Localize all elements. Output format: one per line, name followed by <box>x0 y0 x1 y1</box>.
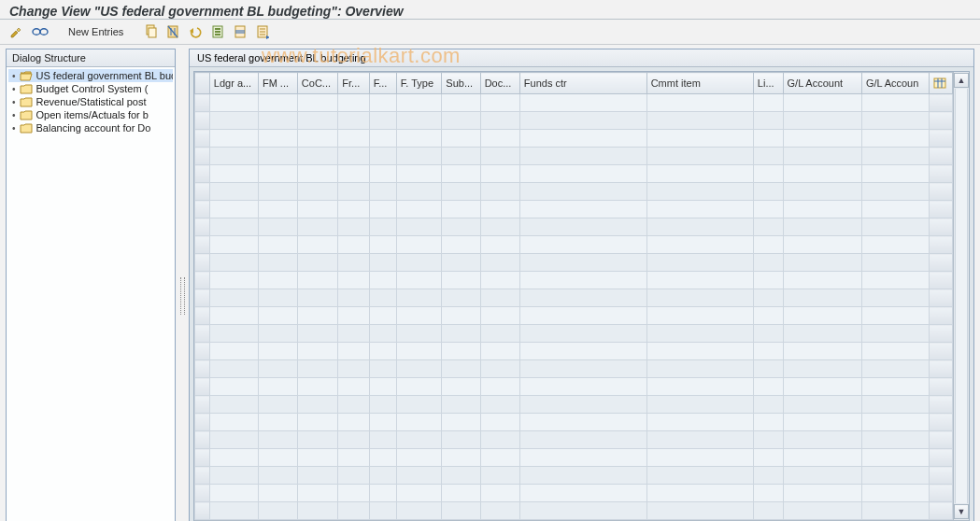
table-row[interactable] <box>195 94 953 112</box>
cell-glacc2[interactable] <box>861 254 929 272</box>
cell-ldgr[interactable] <box>209 360 258 378</box>
cell-glacc1[interactable] <box>783 112 861 130</box>
cell-sub[interactable] <box>442 325 480 343</box>
cell-cmmt[interactable] <box>646 94 753 112</box>
cell-cocd[interactable] <box>297 325 338 343</box>
cell-glacc1[interactable] <box>783 325 861 343</box>
cell-glacc1[interactable] <box>783 165 861 183</box>
cell-from[interactable] <box>338 325 369 343</box>
cell-fundsctr[interactable] <box>519 502 646 520</box>
cell-f[interactable] <box>369 148 396 165</box>
cell-fm[interactable] <box>258 325 297 343</box>
cell-cmmt[interactable] <box>646 378 753 396</box>
cell-glacc2[interactable] <box>861 467 929 485</box>
cell-cmmt[interactable] <box>646 414 753 431</box>
cell-sub[interactable] <box>442 360 480 378</box>
table-row[interactable] <box>195 307 953 325</box>
cell-from[interactable] <box>338 218 369 236</box>
cell-ldgr[interactable] <box>209 502 258 520</box>
cell-cmmt[interactable] <box>646 396 753 414</box>
cell-doc[interactable] <box>480 343 519 360</box>
cell-glacc1[interactable] <box>783 236 861 254</box>
vertical-scrollbar[interactable]: ▲ ▼ <box>953 72 969 520</box>
cell-fundsctr[interactable] <box>519 378 646 396</box>
cell-f[interactable] <box>369 254 396 272</box>
cell-sub[interactable] <box>442 396 480 414</box>
cell-cmmt[interactable] <box>646 148 753 165</box>
cell-ftype[interactable] <box>396 165 442 183</box>
table-row[interactable] <box>195 360 953 378</box>
cell-ftype[interactable] <box>396 236 442 254</box>
row-selector[interactable] <box>195 94 210 112</box>
cell-from[interactable] <box>338 272 369 289</box>
delete-button[interactable] <box>163 22 182 41</box>
table-row[interactable] <box>195 289 953 307</box>
cell-li[interactable] <box>753 325 783 343</box>
table-row[interactable] <box>195 325 953 343</box>
cell-ldgr[interactable] <box>209 467 258 485</box>
cell-ftype[interactable] <box>396 254 442 272</box>
cell-sub[interactable] <box>442 414 480 431</box>
cell-glacc2[interactable] <box>861 325 929 343</box>
cell-fm[interactable] <box>258 467 297 485</box>
row-selector[interactable] <box>195 201 210 218</box>
cell-cocd[interactable] <box>297 431 338 449</box>
cell-from[interactable] <box>338 396 369 414</box>
cell-sub[interactable] <box>442 485 480 502</box>
cell-fm[interactable] <box>258 378 297 396</box>
cell-fundsctr[interactable] <box>519 467 646 485</box>
cell-li[interactable] <box>753 94 783 112</box>
cell-cmmt[interactable] <box>646 272 753 289</box>
cell-ldgr[interactable] <box>209 289 258 307</box>
cell-li[interactable] <box>753 218 783 236</box>
cell-glacc2[interactable] <box>861 396 929 414</box>
deselect-all-button[interactable] <box>253 22 272 41</box>
cell-doc[interactable] <box>480 254 519 272</box>
cell-fundsctr[interactable] <box>519 94 646 112</box>
cell-doc[interactable] <box>480 112 519 130</box>
cell-glacc2[interactable] <box>861 130 929 148</box>
cell-glacc2[interactable] <box>861 378 929 396</box>
column-header-doc[interactable]: Doc... <box>480 73 519 94</box>
cell-glacc2[interactable] <box>861 343 929 360</box>
cell-f[interactable] <box>369 325 396 343</box>
cell-glacc2[interactable] <box>861 502 929 520</box>
cell-glacc2[interactable] <box>861 94 929 112</box>
cell-fm[interactable] <box>258 307 297 325</box>
cell-fm[interactable] <box>258 236 297 254</box>
cell-cmmt[interactable] <box>646 485 753 502</box>
cell-cocd[interactable] <box>297 307 338 325</box>
cell-ldgr[interactable] <box>209 485 258 502</box>
data-grid[interactable]: Ldgr a...FM ...CoC...Fr...F...F. TypeSub… <box>194 72 953 520</box>
cell-doc[interactable] <box>480 165 519 183</box>
cell-glacc1[interactable] <box>783 183 861 201</box>
row-selector[interactable] <box>195 165 210 183</box>
cell-doc[interactable] <box>480 272 519 289</box>
cell-ftype[interactable] <box>396 431 442 449</box>
cell-fm[interactable] <box>258 218 297 236</box>
table-row[interactable] <box>195 165 953 183</box>
cell-ftype[interactable] <box>396 378 442 396</box>
cell-fm[interactable] <box>258 502 297 520</box>
cell-fm[interactable] <box>258 360 297 378</box>
undo-change-button[interactable] <box>186 22 205 41</box>
cell-fundsctr[interactable] <box>519 112 646 130</box>
cell-ldgr[interactable] <box>209 307 258 325</box>
cell-cocd[interactable] <box>297 449 338 467</box>
column-header-ldgr[interactable]: Ldgr a... <box>209 73 258 94</box>
cell-f[interactable] <box>369 414 396 431</box>
column-header-fundsctr[interactable]: Funds ctr <box>519 73 646 94</box>
cell-cocd[interactable] <box>297 360 338 378</box>
cell-f[interactable] <box>369 307 396 325</box>
cell-from[interactable] <box>338 254 369 272</box>
cell-fm[interactable] <box>258 289 297 307</box>
cell-glacc1[interactable] <box>783 94 861 112</box>
row-selector[interactable] <box>195 467 210 485</box>
cell-from[interactable] <box>338 449 369 467</box>
cell-fm[interactable] <box>258 272 297 289</box>
cell-fundsctr[interactable] <box>519 148 646 165</box>
select-block-button[interactable] <box>231 22 249 41</box>
cell-glacc2[interactable] <box>861 236 929 254</box>
cell-from[interactable] <box>338 378 369 396</box>
row-selector[interactable] <box>195 218 210 236</box>
